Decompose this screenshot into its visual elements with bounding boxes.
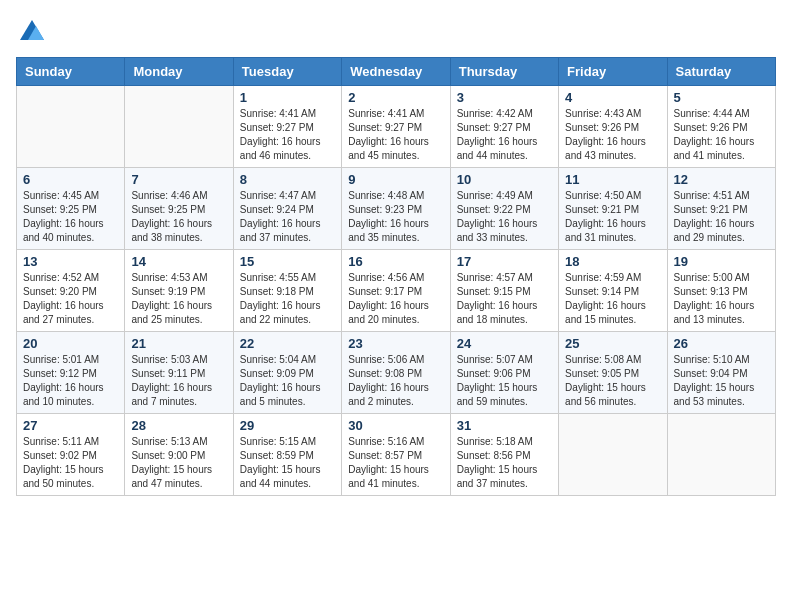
day-number: 15 [240,254,335,269]
day-info: Sunrise: 5:07 AMSunset: 9:06 PMDaylight:… [457,353,552,409]
calendar-cell: 3Sunrise: 4:42 AMSunset: 9:27 PMDaylight… [450,85,558,167]
day-info: Sunrise: 5:13 AMSunset: 9:00 PMDaylight:… [131,435,226,491]
calendar-cell: 31Sunrise: 5:18 AMSunset: 8:56 PMDayligh… [450,413,558,495]
day-number: 30 [348,418,443,433]
col-header-saturday: Saturday [667,57,775,85]
calendar-cell: 4Sunrise: 4:43 AMSunset: 9:26 PMDaylight… [559,85,667,167]
calendar-cell: 2Sunrise: 4:41 AMSunset: 9:27 PMDaylight… [342,85,450,167]
day-info: Sunrise: 5:01 AMSunset: 9:12 PMDaylight:… [23,353,118,409]
calendar-row-3: 13Sunrise: 4:52 AMSunset: 9:20 PMDayligh… [17,249,776,331]
day-number: 29 [240,418,335,433]
calendar-cell: 10Sunrise: 4:49 AMSunset: 9:22 PMDayligh… [450,167,558,249]
calendar-cell: 21Sunrise: 5:03 AMSunset: 9:11 PMDayligh… [125,331,233,413]
day-number: 18 [565,254,660,269]
day-number: 8 [240,172,335,187]
day-info: Sunrise: 4:47 AMSunset: 9:24 PMDaylight:… [240,189,335,245]
calendar-cell: 26Sunrise: 5:10 AMSunset: 9:04 PMDayligh… [667,331,775,413]
day-number: 20 [23,336,118,351]
day-number: 21 [131,336,226,351]
day-info: Sunrise: 5:00 AMSunset: 9:13 PMDaylight:… [674,271,769,327]
day-info: Sunrise: 5:16 AMSunset: 8:57 PMDaylight:… [348,435,443,491]
calendar-cell: 22Sunrise: 5:04 AMSunset: 9:09 PMDayligh… [233,331,341,413]
day-number: 23 [348,336,443,351]
day-info: Sunrise: 4:41 AMSunset: 9:27 PMDaylight:… [348,107,443,163]
calendar-cell: 6Sunrise: 4:45 AMSunset: 9:25 PMDaylight… [17,167,125,249]
day-number: 31 [457,418,552,433]
calendar-row-4: 20Sunrise: 5:01 AMSunset: 9:12 PMDayligh… [17,331,776,413]
day-info: Sunrise: 4:49 AMSunset: 9:22 PMDaylight:… [457,189,552,245]
day-info: Sunrise: 4:41 AMSunset: 9:27 PMDaylight:… [240,107,335,163]
day-info: Sunrise: 4:45 AMSunset: 9:25 PMDaylight:… [23,189,118,245]
day-number: 17 [457,254,552,269]
day-number: 10 [457,172,552,187]
day-number: 4 [565,90,660,105]
day-info: Sunrise: 4:51 AMSunset: 9:21 PMDaylight:… [674,189,769,245]
calendar-cell: 24Sunrise: 5:07 AMSunset: 9:06 PMDayligh… [450,331,558,413]
day-number: 26 [674,336,769,351]
calendar-cell: 25Sunrise: 5:08 AMSunset: 9:05 PMDayligh… [559,331,667,413]
day-info: Sunrise: 5:08 AMSunset: 9:05 PMDaylight:… [565,353,660,409]
logo [16,16,46,49]
calendar-cell: 23Sunrise: 5:06 AMSunset: 9:08 PMDayligh… [342,331,450,413]
day-number: 28 [131,418,226,433]
calendar-cell [17,85,125,167]
day-number: 27 [23,418,118,433]
day-number: 24 [457,336,552,351]
calendar-table: SundayMondayTuesdayWednesdayThursdayFrid… [16,57,776,496]
day-info: Sunrise: 4:55 AMSunset: 9:18 PMDaylight:… [240,271,335,327]
day-number: 2 [348,90,443,105]
calendar-cell: 27Sunrise: 5:11 AMSunset: 9:02 PMDayligh… [17,413,125,495]
day-number: 6 [23,172,118,187]
calendar-cell [125,85,233,167]
day-info: Sunrise: 4:57 AMSunset: 9:15 PMDaylight:… [457,271,552,327]
day-info: Sunrise: 5:15 AMSunset: 8:59 PMDaylight:… [240,435,335,491]
day-number: 5 [674,90,769,105]
day-info: Sunrise: 4:42 AMSunset: 9:27 PMDaylight:… [457,107,552,163]
day-number: 11 [565,172,660,187]
day-info: Sunrise: 4:59 AMSunset: 9:14 PMDaylight:… [565,271,660,327]
calendar-cell: 30Sunrise: 5:16 AMSunset: 8:57 PMDayligh… [342,413,450,495]
calendar-cell: 13Sunrise: 4:52 AMSunset: 9:20 PMDayligh… [17,249,125,331]
logo-icon [18,16,46,44]
calendar-cell: 20Sunrise: 5:01 AMSunset: 9:12 PMDayligh… [17,331,125,413]
day-number: 13 [23,254,118,269]
day-info: Sunrise: 4:43 AMSunset: 9:26 PMDaylight:… [565,107,660,163]
day-number: 16 [348,254,443,269]
day-info: Sunrise: 5:18 AMSunset: 8:56 PMDaylight:… [457,435,552,491]
calendar-cell: 11Sunrise: 4:50 AMSunset: 9:21 PMDayligh… [559,167,667,249]
day-number: 14 [131,254,226,269]
day-info: Sunrise: 4:46 AMSunset: 9:25 PMDaylight:… [131,189,226,245]
day-number: 12 [674,172,769,187]
calendar-cell: 15Sunrise: 4:55 AMSunset: 9:18 PMDayligh… [233,249,341,331]
calendar-row-5: 27Sunrise: 5:11 AMSunset: 9:02 PMDayligh… [17,413,776,495]
calendar-cell: 28Sunrise: 5:13 AMSunset: 9:00 PMDayligh… [125,413,233,495]
day-info: Sunrise: 4:56 AMSunset: 9:17 PMDaylight:… [348,271,443,327]
calendar-cell: 19Sunrise: 5:00 AMSunset: 9:13 PMDayligh… [667,249,775,331]
day-info: Sunrise: 5:04 AMSunset: 9:09 PMDaylight:… [240,353,335,409]
day-info: Sunrise: 4:52 AMSunset: 9:20 PMDaylight:… [23,271,118,327]
day-info: Sunrise: 4:53 AMSunset: 9:19 PMDaylight:… [131,271,226,327]
calendar-row-1: 1Sunrise: 4:41 AMSunset: 9:27 PMDaylight… [17,85,776,167]
col-header-sunday: Sunday [17,57,125,85]
col-header-friday: Friday [559,57,667,85]
calendar-cell: 8Sunrise: 4:47 AMSunset: 9:24 PMDaylight… [233,167,341,249]
day-info: Sunrise: 5:03 AMSunset: 9:11 PMDaylight:… [131,353,226,409]
col-header-wednesday: Wednesday [342,57,450,85]
day-number: 9 [348,172,443,187]
calendar-cell: 16Sunrise: 4:56 AMSunset: 9:17 PMDayligh… [342,249,450,331]
day-number: 1 [240,90,335,105]
calendar-cell: 18Sunrise: 4:59 AMSunset: 9:14 PMDayligh… [559,249,667,331]
calendar-row-2: 6Sunrise: 4:45 AMSunset: 9:25 PMDaylight… [17,167,776,249]
day-info: Sunrise: 5:10 AMSunset: 9:04 PMDaylight:… [674,353,769,409]
col-header-thursday: Thursday [450,57,558,85]
calendar-header-row: SundayMondayTuesdayWednesdayThursdayFrid… [17,57,776,85]
calendar-cell: 17Sunrise: 4:57 AMSunset: 9:15 PMDayligh… [450,249,558,331]
calendar-cell: 29Sunrise: 5:15 AMSunset: 8:59 PMDayligh… [233,413,341,495]
calendar-cell: 12Sunrise: 4:51 AMSunset: 9:21 PMDayligh… [667,167,775,249]
day-info: Sunrise: 4:50 AMSunset: 9:21 PMDaylight:… [565,189,660,245]
page-header [16,16,776,49]
day-info: Sunrise: 4:48 AMSunset: 9:23 PMDaylight:… [348,189,443,245]
calendar-cell: 14Sunrise: 4:53 AMSunset: 9:19 PMDayligh… [125,249,233,331]
day-info: Sunrise: 5:11 AMSunset: 9:02 PMDaylight:… [23,435,118,491]
calendar-cell: 1Sunrise: 4:41 AMSunset: 9:27 PMDaylight… [233,85,341,167]
